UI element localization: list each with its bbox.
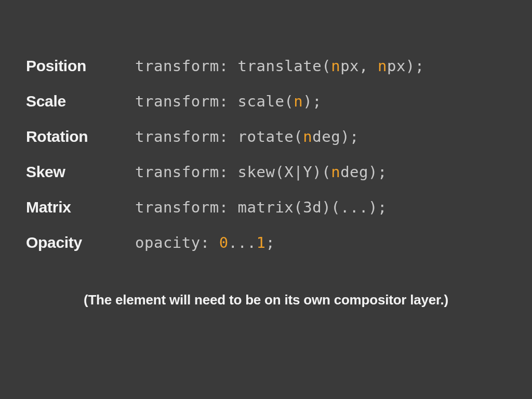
code-text: opacity: [135, 234, 219, 251]
row-code: transform: rotate(ndeg); [135, 128, 359, 145]
code-highlight: 1 [257, 234, 266, 251]
transform-list: Positiontransform: translate(npx, npx);S… [26, 57, 506, 251]
row-label: Opacity [26, 234, 135, 251]
code-text: px); [387, 57, 424, 75]
code-highlight: n [378, 57, 387, 75]
row-label: Rotation [26, 128, 135, 145]
transform-row: Scaletransform: scale(n); [26, 92, 506, 110]
code-text: transform: translate( [135, 57, 331, 75]
row-code: transform: scale(n); [135, 92, 322, 110]
code-highlight: n [303, 128, 312, 145]
code-text: transform: matrix(3d)(...); [135, 198, 387, 216]
row-code: opacity: 0...1; [135, 234, 275, 251]
code-highlight: n [331, 57, 340, 75]
code-text: ... [229, 234, 257, 251]
transform-row: Rotationtransform: rotate(ndeg); [26, 128, 506, 145]
row-label: Matrix [26, 198, 135, 216]
row-label: Scale [26, 92, 135, 110]
code-text: ; [265, 234, 275, 251]
transform-row: Matrixtransform: matrix(3d)(...); [26, 198, 506, 216]
code-highlight: n [331, 163, 340, 181]
code-text: transform: scale( [135, 92, 294, 110]
row-code: transform: skew(X|Y)(ndeg); [135, 163, 387, 181]
row-label: Skew [26, 163, 135, 181]
code-text: px, [340, 57, 378, 75]
row-code: transform: translate(npx, npx); [135, 57, 424, 75]
transform-row: Opacityopacity: 0...1; [26, 234, 506, 251]
code-text: transform: skew(X|Y)( [135, 163, 331, 181]
footnote-text: (The element will need to be on its own … [26, 292, 506, 308]
row-code: transform: matrix(3d)(...); [135, 198, 387, 216]
code-text: deg); [340, 163, 387, 181]
code-highlight: n [294, 92, 303, 110]
transform-row: Skewtransform: skew(X|Y)(ndeg); [26, 163, 506, 181]
transform-row: Positiontransform: translate(npx, npx); [26, 57, 506, 75]
row-label: Position [26, 57, 135, 75]
code-text: ); [303, 92, 322, 110]
code-text: transform: rotate( [135, 128, 303, 145]
code-text: deg); [312, 128, 359, 145]
code-highlight: 0 [219, 234, 229, 251]
